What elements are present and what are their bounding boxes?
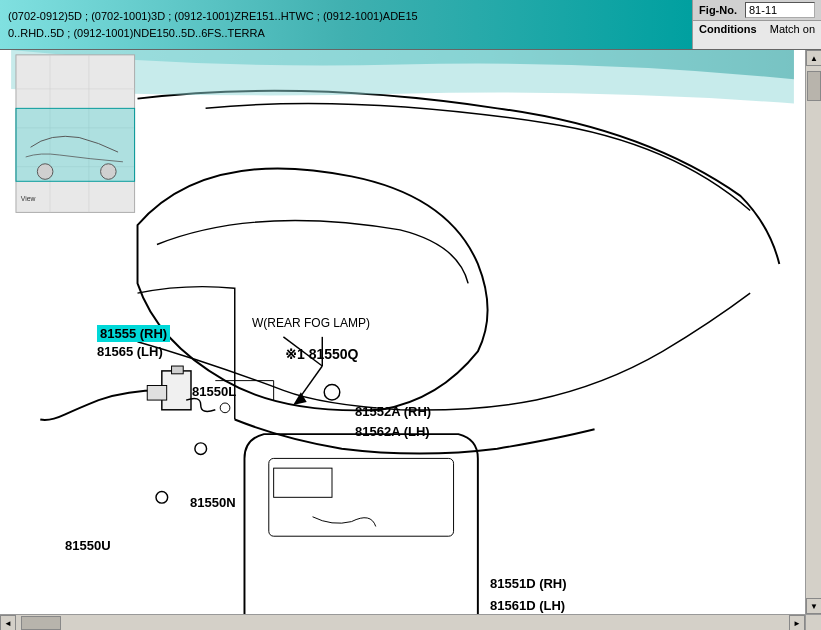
part-label-81550l[interactable]: 81550L (192, 384, 236, 399)
svg-point-7 (156, 491, 168, 503)
part-label-81551drh[interactable]: 81551D (RH) (490, 576, 567, 591)
part-label-81561dlh[interactable]: 81561D (LH) (490, 598, 565, 613)
scroll-thumb-h[interactable] (21, 616, 61, 630)
fig-no-label: Fig-No. (699, 4, 737, 16)
vertical-scrollbar[interactable]: ▲ ▼ (805, 50, 821, 614)
part-label-81550q[interactable]: ※1 81550Q (285, 346, 359, 362)
scroll-down-button[interactable]: ▼ (806, 598, 821, 614)
conditions-label: Conditions (699, 23, 756, 35)
conditions-line2: 0..RHD..5D ; (0912-1001)NDE150..5D..6FS.… (8, 25, 684, 42)
match-on-text: Match on (770, 23, 815, 35)
part-label-81562alh[interactable]: 81562A (LH) (355, 424, 430, 439)
fig-no-row: Fig-No. (693, 0, 821, 21)
header-bar: (0702-0912)5D ; (0702-1001)3D ; (0912-10… (0, 0, 821, 50)
svg-point-22 (37, 164, 53, 180)
scroll-left-button[interactable]: ◄ (0, 615, 16, 630)
header-right-panel: Fig-No. Conditions Match on (692, 0, 821, 49)
part-label-81550n[interactable]: 81550N (190, 495, 236, 510)
conditions-line1: (0702-0912)5D ; (0702-1001)3D ; (0912-10… (8, 8, 684, 25)
scroll-track-v[interactable] (806, 66, 821, 598)
scroll-track-h[interactable] (16, 615, 789, 630)
header-conditions: (0702-0912)5D ; (0702-1001)3D ; (0912-10… (0, 0, 692, 49)
scroll-up-button[interactable]: ▲ (806, 50, 821, 66)
svg-point-23 (101, 164, 117, 180)
svg-rect-1 (274, 468, 332, 497)
diagram-viewport[interactable]: View 81555 (RH) 81565 (LH) W(REAR FOG LA… (0, 50, 805, 614)
svg-rect-4 (147, 385, 166, 400)
scroll-thumb-v[interactable] (807, 71, 821, 101)
conditions-row: Conditions Match on (693, 21, 821, 37)
main-area: View 81555 (RH) 81565 (LH) W(REAR FOG LA… (0, 50, 821, 630)
svg-text:View: View (21, 195, 36, 202)
rear-fog-lamp-annotation: W(REAR FOG LAMP) (252, 316, 370, 330)
part-label-81550u[interactable]: 81550U (65, 538, 111, 553)
scroll-right-button[interactable]: ► (789, 615, 805, 630)
part-label-81565lh[interactable]: 81565 (LH) (97, 344, 163, 359)
svg-point-5 (220, 403, 230, 413)
part-label-81552arh[interactable]: 81552A (RH) (355, 404, 431, 419)
svg-point-8 (324, 385, 340, 401)
scrollbar-corner (805, 614, 821, 630)
svg-point-6 (195, 443, 207, 455)
svg-rect-3 (172, 366, 184, 374)
fig-no-input[interactable] (745, 2, 815, 18)
part-label-81555rh[interactable]: 81555 (RH) (97, 325, 170, 342)
horizontal-scrollbar[interactable]: ◄ ► (0, 614, 805, 630)
